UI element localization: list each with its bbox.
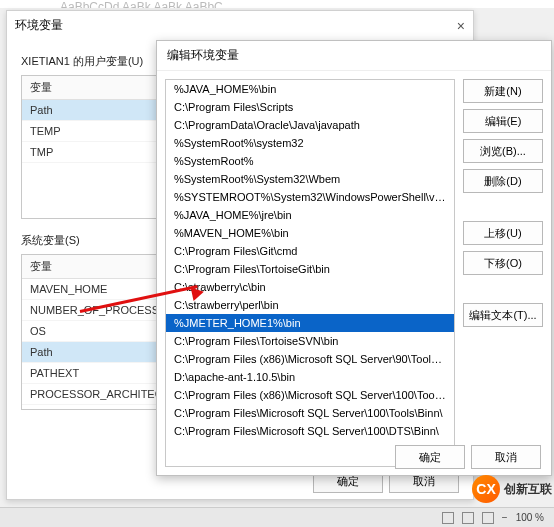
watermark-icon: CX <box>472 475 500 503</box>
browse-button[interactable]: 浏览(B)... <box>463 139 543 163</box>
statusbar: − 100 % <box>0 507 554 527</box>
move-up-button[interactable]: 上移(U) <box>463 221 543 245</box>
ribbon-style-fragment: AaBbCcDd AaBk AaBk AaBbC <box>0 0 554 8</box>
path-entry[interactable]: %JAVA_HOME%\bin <box>166 80 454 98</box>
path-entry[interactable]: C:\strawberry\c\bin <box>166 278 454 296</box>
path-entry[interactable]: %SystemRoot%\system32 <box>166 134 454 152</box>
path-entry[interactable]: C:\ProgramData\Oracle\Java\javapath <box>166 116 454 134</box>
view-icon[interactable] <box>482 512 494 524</box>
path-entry[interactable]: %SYSTEMROOT%\System32\WindowsPowerShell\… <box>166 188 454 206</box>
path-entry[interactable]: %MAVEN_HOME%\bin <box>166 224 454 242</box>
path-entry[interactable]: %JAVA_HOME%\jre\bin <box>166 206 454 224</box>
zoom-level: 100 % <box>516 512 544 523</box>
annotation-arrow <box>80 310 200 350</box>
path-entry[interactable]: C:\strawberry\perl\bin <box>166 296 454 314</box>
path-entry[interactable]: C:\Program Files\Microsoft SQL Server\10… <box>166 404 454 422</box>
path-entries-list[interactable]: %JAVA_HOME%\binC:\Program Files\ScriptsC… <box>165 79 455 467</box>
path-entry[interactable]: D:\apache-ant-1.10.5\bin <box>166 368 454 386</box>
path-entry[interactable]: C:\Program Files (x86)\Microsoft SQL Ser… <box>166 350 454 368</box>
edit-dialog-buttons: 新建(N) 编辑(E) 浏览(B)... 删除(D) 上移(U) 下移(O) 编… <box>463 71 551 475</box>
watermark-text: 创新互联 <box>504 481 552 498</box>
edit-dialog-title: 编辑环境变量 <box>157 41 551 71</box>
edit-text-button[interactable]: 编辑文本(T)... <box>463 303 543 327</box>
edit-button[interactable]: 编辑(E) <box>463 109 543 133</box>
path-entry[interactable]: %SystemRoot% <box>166 152 454 170</box>
close-icon[interactable]: × <box>457 18 465 34</box>
path-entry[interactable]: C:\Program Files\Scripts <box>166 98 454 116</box>
move-down-button[interactable]: 下移(O) <box>463 251 543 275</box>
path-entry[interactable]: C:\Program Files\TortoiseSVN\bin <box>166 332 454 350</box>
cancel-button[interactable]: 取消 <box>471 445 541 469</box>
watermark: CX 创新互联 <box>472 475 552 503</box>
path-entry[interactable]: %JMETER_HOME1%\bin <box>166 314 454 332</box>
path-entry[interactable]: C:\Program Files\Git\cmd <box>166 242 454 260</box>
path-entry[interactable]: C:\Program Files (x86)\Microsoft SQL Ser… <box>166 386 454 404</box>
edit-dialog-footer: 确定 取消 <box>157 445 551 469</box>
edit-environment-variable-dialog: 编辑环境变量 %JAVA_HOME%\binC:\Program Files\S… <box>156 40 552 476</box>
view-icon[interactable] <box>462 512 474 524</box>
view-icon[interactable] <box>442 512 454 524</box>
path-entry[interactable]: C:\Program Files\Microsoft SQL Server\10… <box>166 422 454 440</box>
env-dialog-title: 环境变量 <box>15 17 63 34</box>
path-entry[interactable]: C:\Program Files\TortoiseGit\bin <box>166 260 454 278</box>
path-entry[interactable]: %SystemRoot%\System32\Wbem <box>166 170 454 188</box>
zoom-minus-icon[interactable]: − <box>502 512 508 523</box>
ok-button[interactable]: 确定 <box>395 445 465 469</box>
new-button[interactable]: 新建(N) <box>463 79 543 103</box>
delete-button[interactable]: 删除(D) <box>463 169 543 193</box>
